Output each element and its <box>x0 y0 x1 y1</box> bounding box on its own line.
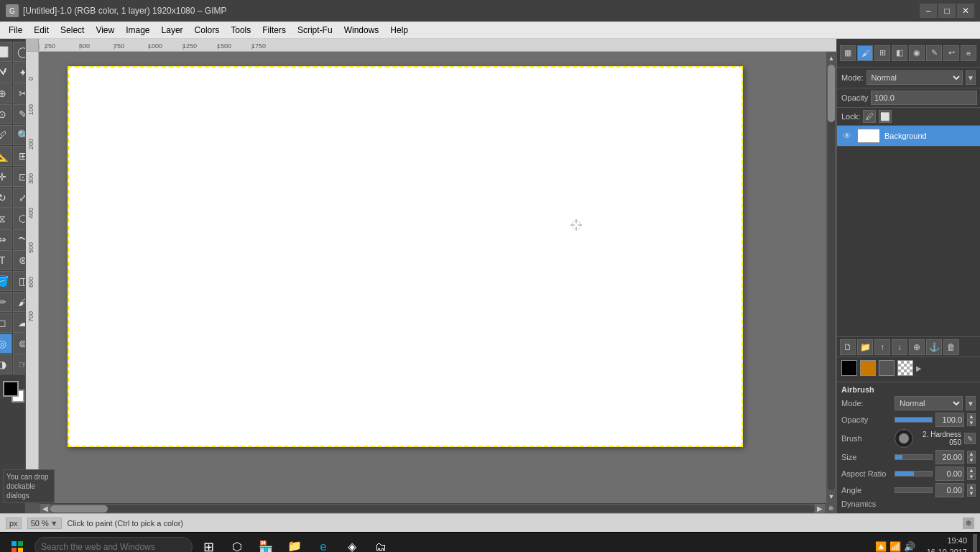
channels-panel-btn[interactable]: ◉ <box>909 45 925 61</box>
size-slider[interactable] <box>895 454 933 460</box>
perspective-tool[interactable]: ⬡ <box>13 208 26 229</box>
system-clock[interactable]: 19:40 16-10-2017 <box>924 535 970 552</box>
size-input[interactable] <box>935 450 964 464</box>
h-scroll-thumb[interactable] <box>50 505 108 512</box>
brush-orange-swatch[interactable] <box>860 360 876 376</box>
tray-icon-network[interactable]: 📶 <box>889 541 901 552</box>
app-icon-5[interactable]: ◈ <box>339 534 365 553</box>
paths-panel-btn[interactable]: ✎ <box>926 45 942 61</box>
lock-pixels-btn[interactable]: 🖊 <box>863 110 876 123</box>
unit-selector[interactable]: px <box>6 518 22 529</box>
zoom-expand-icon[interactable]: ▼ <box>50 519 58 528</box>
duplicate-layer-btn[interactable]: ⊕ <box>909 339 925 355</box>
fuzzy-select-tool[interactable]: ✦ <box>13 63 26 83</box>
close-button[interactable]: ✕ <box>957 4 974 18</box>
menu-item-layer[interactable]: Layer <box>156 22 189 38</box>
new-view-btn[interactable]: ⊕ <box>826 503 836 513</box>
size-down-btn[interactable]: ▼ <box>967 457 976 464</box>
color-picker-tool[interactable]: 🖊 <box>0 125 12 145</box>
store-icon[interactable]: 🏪 <box>253 534 279 553</box>
menu-item-edit[interactable]: Edit <box>28 22 55 38</box>
paths-tool[interactable]: ✎ <box>13 104 26 124</box>
show-desktop-btn[interactable] <box>973 534 977 553</box>
brush-black-swatch[interactable] <box>841 360 857 376</box>
start-button[interactable] <box>3 534 32 553</box>
menu-item-select[interactable]: Select <box>55 22 90 38</box>
scale-tool[interactable]: ⤢ <box>13 188 26 208</box>
gradients-panel-btn[interactable]: ◧ <box>892 45 907 61</box>
menu-item-file[interactable]: File <box>3 22 28 38</box>
vertical-scrollbar[interactable]: ▲ ▼ <box>826 52 836 503</box>
horizontal-scrollbar[interactable]: ◀ ▶ <box>39 503 826 513</box>
smudge-tool[interactable]: ☁ <box>13 313 26 333</box>
scroll-right-btn[interactable]: ▶ <box>815 504 825 514</box>
canvas-image[interactable] <box>68 66 743 447</box>
menu-item-tools[interactable]: Tools <box>225 22 256 38</box>
pencil-tool[interactable]: ✏ <box>0 292 12 312</box>
airbrush-opacity-slider[interactable] <box>895 417 933 423</box>
v-scroll-track[interactable] <box>828 65 835 490</box>
lower-layer-btn[interactable]: ↓ <box>892 339 907 355</box>
zoom-tool[interactable]: 🔍 <box>13 125 26 145</box>
dodge-burn-tool[interactable]: ◑ <box>0 354 12 374</box>
airbrush-mode-select[interactable]: Normal <box>895 396 963 410</box>
scissors-tool[interactable]: ✂ <box>13 83 26 104</box>
scroll-up-btn[interactable]: ▲ <box>826 53 836 63</box>
layers-panel-btn[interactable]: ▦ <box>840 45 856 61</box>
foreground-select-tool[interactable]: ⊙ <box>0 104 12 124</box>
v-scroll-thumb[interactable] <box>828 65 835 122</box>
select-by-color-tool[interactable]: ⊕ <box>0 83 12 104</box>
opacity-stepper-up[interactable]: ▲ <box>967 413 976 420</box>
delete-layer-btn[interactable]: 🗑 <box>943 339 959 355</box>
rotate-tool[interactable]: ↻ <box>0 188 12 208</box>
mode-expand-btn[interactable]: ▼ <box>966 70 976 85</box>
angle-slider[interactable] <box>895 487 933 493</box>
h-scroll-track[interactable] <box>50 505 815 512</box>
brush-checker-swatch[interactable] <box>897 360 913 376</box>
menu-item-colors[interactable]: Colors <box>189 22 226 38</box>
angle-input[interactable] <box>935 483 964 497</box>
tray-icon-volume[interactable]: 🔊 <box>904 541 915 552</box>
menu-item-view[interactable]: View <box>90 22 120 38</box>
tray-icon-1[interactable]: 🔼 <box>875 541 887 552</box>
search-input[interactable] <box>34 537 193 553</box>
opacity-input[interactable] <box>871 91 977 105</box>
app-icon-6[interactable]: 🗂 <box>368 534 394 553</box>
aspect-up-btn[interactable]: ▲ <box>967 467 976 474</box>
brush-preview[interactable] <box>895 429 913 448</box>
aspect-ratio-slider[interactable] <box>895 471 933 477</box>
new-layer-group-btn[interactable]: 📁 <box>857 339 873 355</box>
flip-tool[interactable]: ⇔ <box>0 229 12 249</box>
anchor-layer-btn[interactable]: ⚓ <box>926 339 942 355</box>
menu-item-filters[interactable]: Filters <box>256 22 292 38</box>
blend-tool[interactable]: ◫ <box>13 271 26 291</box>
foreground-color-swatch[interactable] <box>3 381 19 397</box>
aspect-ratio-input[interactable] <box>935 466 964 481</box>
shear-tool[interactable]: ⧖ <box>0 208 12 229</box>
angle-up-btn[interactable]: ▲ <box>967 484 976 490</box>
airbrush-mode-expand[interactable]: ▼ <box>966 396 976 410</box>
undo-history-btn[interactable]: ↩ <box>943 45 959 61</box>
align-tool[interactable]: ⊞ <box>13 146 26 166</box>
new-layer-btn[interactable]: 🗋 <box>840 339 856 355</box>
warp-transform-tool[interactable]: 〜 <box>13 229 26 249</box>
move-tool[interactable]: ✛ <box>0 167 12 187</box>
eraser-tool[interactable]: ◻ <box>0 313 12 333</box>
patterns-panel-btn[interactable]: ⊞ <box>874 45 890 61</box>
text-tool[interactable]: T <box>0 250 12 270</box>
file-explorer-icon[interactable]: 📁 <box>282 534 308 553</box>
edge-browser-icon[interactable]: e <box>310 534 336 553</box>
menu-item-image[interactable]: Image <box>120 22 155 38</box>
nav-zoom-btn[interactable]: ⊕ <box>963 518 974 529</box>
airbrush-opacity-input[interactable] <box>935 413 964 427</box>
brush-edit-btn[interactable]: ✎ <box>964 433 976 444</box>
clone-tool[interactable]: ⊚ <box>13 334 26 354</box>
dropbox-icon[interactable]: ⬡ <box>224 534 250 553</box>
menu-item-help[interactable]: Help <box>384 22 414 38</box>
task-view-btn[interactable]: ⊞ <box>195 534 221 553</box>
opacity-stepper-down[interactable]: ▼ <box>967 420 976 426</box>
paintbrush-tool[interactable]: 🖌 <box>13 292 26 312</box>
heal-tool[interactable]: ⊛ <box>13 250 26 270</box>
measure-tool[interactable]: 📐 <box>0 146 12 166</box>
size-up-btn[interactable]: ▲ <box>967 451 976 457</box>
